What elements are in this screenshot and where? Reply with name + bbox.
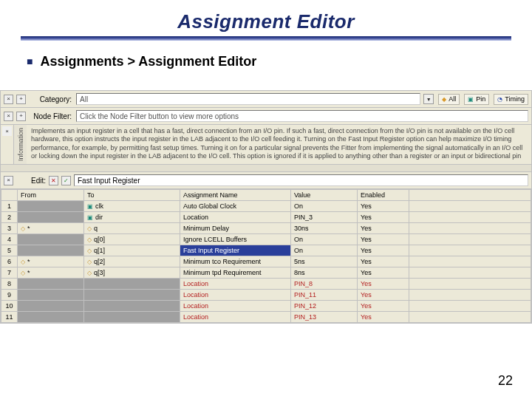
close-edit-icon[interactable]: × <box>4 176 13 185</box>
diamond-icon: ◇ <box>87 225 92 232</box>
table-row[interactable]: 6◇ *◇ q[2]Minimum tco Requirement5nsYes <box>1 256 531 267</box>
cell-assignment-name[interactable]: Minimum tco Requirement <box>180 256 291 267</box>
cell-assignment-name[interactable]: Fast Input Register <box>180 245 291 256</box>
row-number[interactable]: 1 <box>1 201 18 212</box>
cell-to[interactable]: ◇ q[2] <box>84 256 180 267</box>
cell-from[interactable] <box>18 245 84 256</box>
cell-from[interactable] <box>18 234 84 245</box>
cell-enabled[interactable]: Yes <box>358 301 409 312</box>
close-panel-icon[interactable]: × <box>4 95 13 104</box>
information-tab[interactable]: Information <box>13 125 27 164</box>
close-panel-icon[interactable]: × <box>4 112 13 121</box>
row-number[interactable]: 6 <box>1 256 18 267</box>
cell-enabled[interactable]: Yes <box>358 267 409 279</box>
cell-value[interactable]: 5ns <box>291 256 358 267</box>
cell-from[interactable] <box>18 279 84 290</box>
row-number[interactable]: 5 <box>1 245 18 256</box>
cell-enabled[interactable]: Yes <box>358 234 409 245</box>
col-from[interactable]: From <box>18 190 84 201</box>
cell-value[interactable]: On <box>291 245 358 256</box>
cell-to[interactable]: ◇ q[3] <box>84 267 180 279</box>
row-number[interactable]: 3 <box>1 223 18 234</box>
cell-assignment-name[interactable]: Auto Global Clock <box>180 201 291 212</box>
table-header-row: From To Assignment Name Value Enabled <box>1 190 531 201</box>
row-number[interactable]: 2 <box>1 212 18 223</box>
node-filter-field[interactable]: Click the Node Filter button to view mor… <box>76 110 528 122</box>
col-to[interactable]: To <box>84 190 180 201</box>
cell-from[interactable]: ◇ * <box>18 267 84 279</box>
expand-icon[interactable]: + <box>16 112 26 121</box>
table-row[interactable]: 5◇ q[1]Fast Input RegisterOnYes <box>1 245 531 256</box>
cell-enabled[interactable]: Yes <box>358 212 409 223</box>
cell-from[interactable] <box>18 212 84 223</box>
cell-from[interactable]: ◇ * <box>18 256 84 267</box>
table-row[interactable]: 7◇ *◇ q[3]Minimum tpd Requirement8nsYes <box>1 267 531 279</box>
cell-from[interactable] <box>18 290 84 301</box>
table-row[interactable]: 3◇ *◇ qMinimum Delay30nsYes <box>1 223 531 234</box>
table-row[interactable]: 2▣ dirLocationPIN_3Yes <box>1 212 531 223</box>
row-number[interactable]: 7 <box>1 267 18 279</box>
cell-to[interactable]: ◇ q <box>84 223 180 234</box>
table-row[interactable]: 1▣ clkAuto Global ClockOnYes <box>1 201 531 212</box>
cell-enabled[interactable]: Yes <box>358 279 409 290</box>
cell-to[interactable] <box>84 290 180 301</box>
row-number[interactable]: 8 <box>1 279 18 290</box>
row-number[interactable]: 11 <box>1 312 18 323</box>
cancel-edit-icon[interactable]: ✕ <box>49 176 58 185</box>
cell-assignment-name[interactable]: Location <box>180 279 291 290</box>
cell-value[interactable]: PIN_11 <box>291 290 358 301</box>
category-dropdown-icon[interactable]: ▼ <box>423 94 434 104</box>
table-row[interactable]: 4◇ q[0]Ignore LCELL BuffersOnYes <box>1 234 531 245</box>
apply-edit-icon[interactable]: ✓ <box>61 176 71 185</box>
col-value[interactable]: Value <box>291 190 358 201</box>
cell-to[interactable]: ◇ q[0] <box>84 234 180 245</box>
close-info-icon[interactable]: × <box>2 126 12 136</box>
cell-from[interactable] <box>18 201 84 212</box>
cell-value[interactable]: PIN_13 <box>291 312 358 323</box>
col-assignment-name[interactable]: Assignment Name <box>180 190 291 201</box>
row-number[interactable]: 9 <box>1 290 18 301</box>
chip-all[interactable]: ◆All <box>438 94 460 105</box>
edit-field[interactable]: Fast Input Register <box>74 174 528 186</box>
cell-from[interactable]: ◇ * <box>18 223 84 234</box>
col-enabled[interactable]: Enabled <box>358 190 409 201</box>
row-number[interactable]: 4 <box>1 234 18 245</box>
cell-assignment-name[interactable]: Location <box>180 301 291 312</box>
cell-to[interactable] <box>84 279 180 290</box>
cell-from[interactable] <box>18 312 84 323</box>
category-field[interactable]: All <box>76 93 420 105</box>
cell-to[interactable]: ▣ clk <box>84 201 180 212</box>
cell-enabled[interactable]: Yes <box>358 290 409 301</box>
cell-value[interactable]: PIN_3 <box>291 212 358 223</box>
cell-assignment-name[interactable]: Location <box>180 290 291 301</box>
chip-pin[interactable]: ▣Pin <box>464 94 489 105</box>
cell-to[interactable]: ▣ dir <box>84 212 180 223</box>
cell-enabled[interactable]: Yes <box>358 223 409 234</box>
cell-enabled[interactable]: Yes <box>358 245 409 256</box>
cell-assignment-name[interactable]: Location <box>180 212 291 223</box>
row-number[interactable]: 10 <box>1 301 18 312</box>
cell-value[interactable]: PIN_8 <box>291 279 358 290</box>
cell-value[interactable]: On <box>291 234 358 245</box>
cell-value[interactable]: On <box>291 201 358 212</box>
cell-enabled[interactable]: Yes <box>358 256 409 267</box>
cell-enabled[interactable]: Yes <box>358 312 409 323</box>
cell-to[interactable]: ◇ q[1] <box>84 245 180 256</box>
cell-to[interactable] <box>84 301 180 312</box>
table-row[interactable]: 10LocationPIN_12Yes <box>1 301 531 312</box>
cell-value[interactable]: PIN_12 <box>291 301 358 312</box>
cell-assignment-name[interactable]: Location <box>180 312 291 323</box>
cell-assignment-name[interactable]: Ignore LCELL Buffers <box>180 234 291 245</box>
cell-from[interactable] <box>18 301 84 312</box>
table-row[interactable]: 8LocationPIN_8Yes <box>1 279 531 290</box>
table-row[interactable]: 11LocationPIN_13Yes <box>1 312 531 323</box>
cell-assignment-name[interactable]: Minimum tpd Requirement <box>180 267 291 279</box>
cell-enabled[interactable]: Yes <box>358 201 409 212</box>
chip-timing[interactable]: ◔Timing <box>494 94 528 105</box>
cell-to[interactable] <box>84 312 180 323</box>
cell-value[interactable]: 8ns <box>291 267 358 279</box>
cell-value[interactable]: 30ns <box>291 223 358 234</box>
cell-assignment-name[interactable]: Minimum Delay <box>180 223 291 234</box>
expand-icon[interactable]: + <box>16 95 26 104</box>
table-row[interactable]: 9LocationPIN_11Yes <box>1 290 531 301</box>
